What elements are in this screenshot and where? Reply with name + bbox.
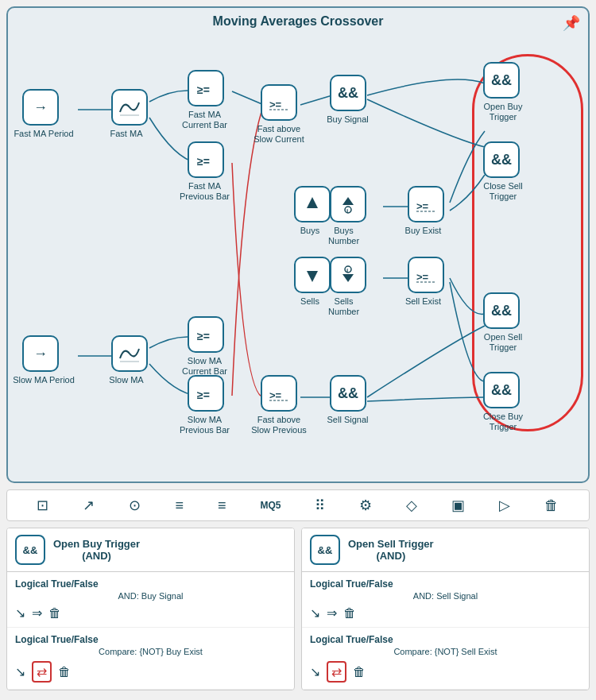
open-sell-row1-title: Logical True/False xyxy=(310,578,581,590)
toolbar-delete-icon[interactable]: 🗑 xyxy=(544,497,559,514)
diagram-panel: Moving Averages Crossover 📌 xyxy=(6,6,590,483)
fast-ma-current-bar-node[interactable]: ≥= xyxy=(188,70,224,106)
sell-signal-node[interactable]: && xyxy=(330,375,366,412)
bottom-panels: && Open Buy Trigger (AND) Logical True/F… xyxy=(6,528,590,690)
svg-line-2 xyxy=(300,95,332,105)
open-buy-trigger-subtitle: (AND) xyxy=(53,550,140,562)
open-sell-row1-delete-icon[interactable]: 🗑 xyxy=(343,606,356,621)
toolbar-copy-icon[interactable]: ⊙ xyxy=(129,497,141,514)
svg-text:≥=: ≥= xyxy=(197,330,210,342)
fast-ma-node[interactable] xyxy=(111,89,148,126)
toolbar-split-icon[interactable]: ▣ xyxy=(451,497,465,514)
open-sell-row2-pin-icon[interactable]: ↘ xyxy=(310,664,320,679)
open-sell-trigger-header: && Open Sell Trigger (AND) xyxy=(302,528,589,572)
fast-ma-previous-bar-node[interactable]: ≥= xyxy=(188,141,224,178)
svg-text:>=: >= xyxy=(269,389,282,401)
svg-line-1 xyxy=(232,91,264,105)
fast-ma-period-node[interactable]: → xyxy=(22,89,59,126)
open-sell-trigger-row1: Logical True/False AND: Sell Signal ↘ ⇒ … xyxy=(302,572,589,628)
open-buy-trigger-row2: Logical True/False Compare: {NOT} Buy Ex… xyxy=(7,628,294,690)
toolbar-align-left-icon[interactable]: ≡ xyxy=(175,497,184,514)
open-sell-trigger-title: Open Sell Trigger xyxy=(348,538,434,550)
open-buy-row2-delete-icon[interactable]: 🗑 xyxy=(58,665,71,679)
buys-number-node[interactable]: i xyxy=(330,186,366,222)
open-buy-row1-pin-icon[interactable]: ↘ xyxy=(15,605,25,621)
svg-marker-14 xyxy=(343,197,354,205)
fast-ma-current-bar-label: Fast MA Current Bar xyxy=(175,110,234,130)
sell-exist-label: Sell Exist xyxy=(397,296,449,307)
close-sell-trigger-node[interactable]: && xyxy=(483,141,520,178)
svg-text:i: i xyxy=(346,267,348,274)
open-sell-row2-delete-icon[interactable]: 🗑 xyxy=(353,665,366,679)
toolbar-reset-icon[interactable]: ⊡ xyxy=(37,497,48,514)
toolbar-export-icon[interactable]: ↗ xyxy=(83,497,95,514)
open-sell-row1-actions: ↘ ⇒ 🗑 xyxy=(310,605,581,621)
open-buy-trigger-node[interactable]: && xyxy=(483,62,520,99)
open-buy-trigger-icon: && xyxy=(15,535,45,565)
toolbar-align-right-icon[interactable]: ≡ xyxy=(218,497,226,514)
slow-ma-node[interactable] xyxy=(111,335,148,372)
open-buy-row2-title: Logical True/False xyxy=(15,634,286,645)
svg-text:>=: >= xyxy=(416,271,429,283)
open-sell-row2-title: Logical True/False xyxy=(310,634,581,645)
svg-marker-13 xyxy=(307,197,318,208)
open-buy-row1-delete-icon[interactable]: 🗑 xyxy=(48,606,61,621)
slow-ma-current-bar-node[interactable]: ≥= xyxy=(188,316,224,353)
open-buy-row2-pin-icon[interactable]: ↘ xyxy=(15,664,25,679)
toolbar-settings-icon[interactable]: ⚙ xyxy=(359,497,372,514)
slow-ma-label: Slow MA xyxy=(106,375,146,385)
open-sell-row1-arrow-icon[interactable]: ⇒ xyxy=(327,605,337,621)
sells-node[interactable] xyxy=(294,257,331,293)
open-buy-row1-arrow-icon[interactable]: ⇒ xyxy=(32,605,42,621)
open-buy-row1-title: Logical True/False xyxy=(15,578,286,590)
open-buy-row2-shuffle-icon[interactable]: ⇄ xyxy=(32,661,52,683)
fast-above-slow-previous-node[interactable]: >= xyxy=(261,375,297,412)
svg-text:>=: >= xyxy=(416,200,429,212)
svg-text:>=: >= xyxy=(269,99,282,110)
toolbar-diamond-icon[interactable]: ◇ xyxy=(406,497,417,514)
open-buy-trigger-label: Open Buy Trigger xyxy=(471,102,535,122)
buys-node[interactable] xyxy=(294,186,331,222)
toolbar: ⊡ ↗ ⊙ ≡ ≡ MQ5 ⠿ ⚙ ◇ ▣ ▷ 🗑 xyxy=(6,489,590,521)
toolbar-grid-icon[interactable]: ⠿ xyxy=(315,497,325,514)
slow-ma-previous-bar-label: Slow MA Previous Bar xyxy=(175,415,234,435)
close-buy-trigger-node[interactable]: && xyxy=(483,372,520,408)
open-sell-trigger-node[interactable]: && xyxy=(483,292,520,329)
close-sell-trigger-label: Close Sell Trigger xyxy=(471,181,535,202)
close-buy-trigger-label: Close Buy Trigger xyxy=(471,412,535,432)
open-buy-row2-actions: ↘ ⇄ 🗑 xyxy=(15,661,286,683)
open-sell-row2-sub: Compare: {NOT} Sell Exist xyxy=(310,647,581,656)
sell-exist-node[interactable]: >= xyxy=(408,257,444,293)
fast-above-slow-previous-label: Fast above Slow Previous xyxy=(248,415,310,435)
fast-ma-period-label: Fast MA Period xyxy=(12,129,75,139)
sells-number-node[interactable]: i xyxy=(330,257,366,293)
open-sell-row2-shuffle-icon[interactable]: ⇄ xyxy=(327,661,346,683)
open-sell-trigger-panel: && Open Sell Trigger (AND) Logical True/… xyxy=(301,528,590,690)
open-buy-trigger-row1: Logical True/False AND: Buy Signal ↘ ⇒ 🗑 xyxy=(7,572,294,628)
toolbar-mq5-icon[interactable]: MQ5 xyxy=(260,500,281,511)
svg-text:≥=: ≥= xyxy=(197,83,210,96)
pin-icon[interactable]: 📌 xyxy=(563,14,580,32)
fast-above-slow-current-label: Fast above Slow Current xyxy=(248,124,310,145)
toolbar-play-icon[interactable]: ▷ xyxy=(499,497,510,514)
svg-text:≥=: ≥= xyxy=(197,389,210,401)
slow-ma-period-node[interactable]: → xyxy=(22,335,59,372)
open-sell-trigger-label: Open Sell Trigger xyxy=(471,332,535,353)
open-sell-row2-actions: ↘ ⇄ 🗑 xyxy=(310,661,581,683)
open-sell-trigger-subtitle: (AND) xyxy=(348,550,434,562)
open-sell-trigger-icon: && xyxy=(310,535,340,565)
buys-number-label: Buys Number xyxy=(318,226,370,246)
fast-ma-label: Fast MA xyxy=(106,129,146,139)
svg-marker-20 xyxy=(343,274,354,282)
fast-above-slow-current-node[interactable]: >= xyxy=(261,84,297,121)
slow-ma-current-bar-label: Slow MA Current Bar xyxy=(175,356,234,377)
slow-ma-previous-bar-node[interactable]: ≥= xyxy=(188,375,224,412)
open-sell-row1-pin-icon[interactable]: ↘ xyxy=(310,605,320,621)
buy-exist-node[interactable]: >= xyxy=(408,186,444,222)
buy-signal-node[interactable]: && xyxy=(330,75,366,111)
buy-exist-label: Buy Exist xyxy=(397,226,449,236)
open-buy-row1-actions: ↘ ⇒ 🗑 xyxy=(15,605,286,621)
sell-signal-label: Sell Signal xyxy=(322,415,373,425)
buy-signal-label: Buy Signal xyxy=(322,114,373,125)
svg-text:i: i xyxy=(346,207,348,215)
